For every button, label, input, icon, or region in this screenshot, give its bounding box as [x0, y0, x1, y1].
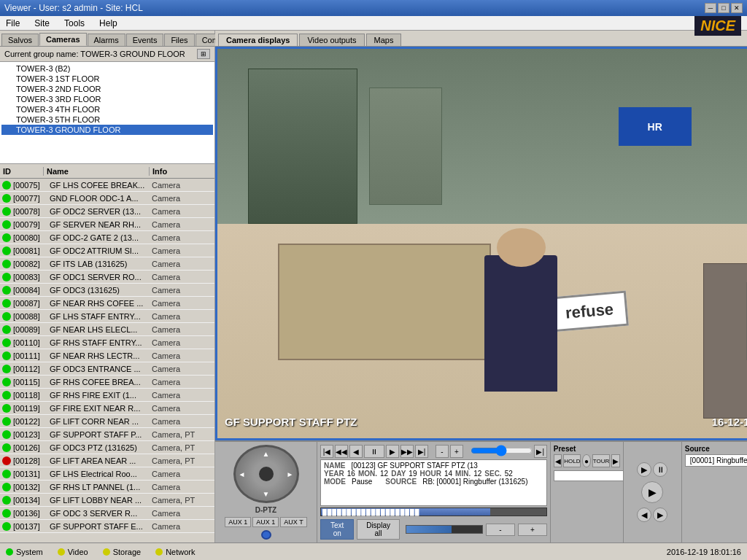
camera-list-item[interactable]: [00110]GF RHS STAFF ENTRY...Camera [0, 336, 214, 349]
camera-list-item[interactable]: [00131]GF LHS Electrical Roo...Camera [0, 467, 214, 481]
menu-file[interactable]: File [3, 17, 23, 30]
camera-list-item[interactable]: [00089]GF NEAR LHS ELECL...Camera [0, 323, 214, 336]
aux3-button[interactable]: AUX T [280, 517, 306, 527]
maximize-button[interactable]: □ [718, 3, 729, 13]
camera-list-item[interactable]: [00132]GF RHS LT PANNEL (1...Camera [0, 481, 214, 494]
info-min-label: MIN. [455, 470, 471, 478]
rtab-maps[interactable]: Maps [366, 34, 402, 46]
pb-ff-button[interactable]: ▶▶ [400, 445, 414, 458]
nav-control-group: ▶ ⏸ ▶ ◀ ▶ [637, 462, 667, 523]
timeline-input[interactable] [471, 446, 533, 455]
minimize-button[interactable]: ─ [705, 3, 716, 13]
nav-next-camera-button[interactable]: ▶ [653, 508, 667, 522]
camera-info: Camera [152, 194, 214, 203]
preset-hold-button[interactable]: HOLD [563, 454, 581, 467]
scene-desk [278, 244, 490, 360]
nav-prev-camera-button[interactable]: ◀ [637, 508, 651, 522]
camera-name: GF ODC2 SERVER (13... [50, 207, 152, 216]
preset-tour-button[interactable]: TOUR [592, 454, 611, 467]
info-box: NAME [00123] GF SUPPORT STAFF PTZ (13 YE… [320, 459, 547, 506]
tree-item[interactable]: TOWER-3 4TH FLOOR [1, 104, 213, 114]
rtab-camera-displays[interactable]: Camera displays [218, 34, 298, 46]
camera-status-dot [2, 351, 11, 360]
camera-info: Camera [152, 246, 214, 255]
preset-center-button[interactable]: ● [582, 454, 590, 467]
tree-item[interactable]: TOWER-3 5TH FLOOR [1, 114, 213, 125]
camera-list-item[interactable]: [00112]GF ODC3 ENTRANCE ...Camera [0, 362, 214, 376]
camera-list-item[interactable]: [00126]GF ODC3 PTZ (131625)Camera, PT [0, 441, 214, 454]
camera-list-item[interactable]: [00136]GF ODC 3 SERVER R...Camera [0, 507, 214, 520]
status-storage: Storage [103, 548, 142, 556]
preset-input[interactable] [554, 470, 624, 481]
camera-status-dot [2, 404, 11, 413]
camera-list-item[interactable]: [00123]GF SUPPORT STAFF P...Camera, PT [0, 428, 214, 441]
camera-list-item[interactable]: [00081]GF ODC2 ATTRIUM SI...Camera [0, 244, 214, 257]
camera-list-item[interactable]: [00119]GF FIRE EXIT NEAR R...Camera [0, 402, 214, 415]
camera-list-item[interactable]: [00087]GF NEAR RHS COFEE ...Camera [0, 297, 214, 310]
tree-item-selected[interactable]: TOWER-3 GROUND FLOOR [1, 125, 213, 135]
pb-pause-button[interactable]: ⏸ [364, 445, 384, 458]
timeline-slider[interactable] [471, 446, 533, 456]
nav-main-button[interactable]: ▶ [641, 481, 663, 503]
camera-list-item[interactable]: [00078]GF ODC2 SERVER (13...Camera [0, 205, 214, 218]
group-expand-button[interactable]: ⊞ [197, 49, 210, 59]
tab-cameras[interactable]: Cameras [39, 33, 86, 46]
info-sec-label: SEC. [484, 470, 501, 478]
camera-list[interactable]: [00075]GF LHS COFEE BREAK...Camera[00077… [0, 179, 214, 542]
tree-item[interactable]: TOWER-3 2ND FLOOR [1, 84, 213, 94]
camera-list-item[interactable]: [00128]GF LIFT AREA NEAR ...Camera, PT [0, 454, 214, 467]
tab-salvos[interactable]: Salvos [1, 34, 39, 46]
preset-prev-button[interactable]: ◀ [554, 454, 562, 467]
pb-last-button[interactable]: ▶| [415, 445, 428, 458]
pb-rewind-button[interactable]: ◀◀ [335, 445, 348, 458]
text-on-button[interactable]: Text on [320, 519, 354, 540]
camera-tree[interactable]: TOWER-3 (B2) TOWER-3 1ST FLOOR TOWER-3 2… [0, 62, 214, 164]
pb-prev-button[interactable]: ◀ [349, 445, 363, 458]
nav-play-button[interactable]: ▶ [637, 462, 651, 477]
info-hour-label: HOUR [419, 470, 441, 478]
tab-files[interactable]: Files [164, 34, 194, 46]
pb-first-button[interactable]: |◀ [320, 445, 333, 458]
tree-item[interactable]: TOWER-3 1ST FLOOR [1, 74, 213, 84]
camera-list-item[interactable]: [00088]GF LHS STAFF ENTRY...Camera [0, 310, 214, 323]
scrubber-bar[interactable] [406, 525, 483, 534]
nav-pause-button[interactable]: ⏸ [653, 462, 667, 477]
zoom-in-button[interactable]: + [450, 445, 463, 458]
camera-list-item[interactable]: [00118]GF RHS FIRE EXIT (1...Camera [0, 389, 214, 402]
display-all-button[interactable]: Display all [357, 519, 399, 540]
camera-list-item[interactable]: [00137]GF SUPPORT STAFF E...Camera [0, 520, 214, 533]
aux1-button[interactable]: AUX 1 [225, 517, 251, 527]
close-button[interactable]: ✕ [731, 3, 743, 13]
aux2-button[interactable]: AUX 1 [252, 517, 279, 527]
camera-list-item[interactable]: [00115]GF RHS COFEE BREA...Camera [0, 376, 214, 389]
rtab-video-outputs[interactable]: Video outputs [299, 34, 364, 46]
zoom-plus-button[interactable]: + [518, 524, 547, 536]
ptz-joystick[interactable]: ▲ ▼ ◄ ► [233, 445, 299, 503]
camera-list-item[interactable]: [00079]GF SERVER NEAR RH...Camera [0, 218, 214, 231]
camera-list-item[interactable]: [00084]GF ODC3 (131625)Camera [0, 284, 214, 297]
camera-list-item[interactable]: [00075]GF LHS COFEE BREAK...Camera [0, 179, 214, 192]
zoom-out-button[interactable]: - [436, 445, 449, 458]
camera-list-item[interactable]: [00122]GF LIFT CORR NEAR ...Camera [0, 415, 214, 428]
camera-list-item[interactable]: [00077]GND FLOOR ODC-1 A...Camera [0, 192, 214, 205]
source-select[interactable]: [00001] Ringbuffer [685, 454, 747, 467]
camera-list-item[interactable]: [00134]GF LIFT LOBBY NEAR ...Camera, PT [0, 494, 214, 507]
pb-play-button[interactable]: ▶ [386, 445, 399, 458]
preset-next-button[interactable]: ▶ [611, 454, 619, 467]
camera-list-item[interactable]: [00083]GF ODC1 SERVER RO...Camera [0, 271, 214, 284]
menu-site[interactable]: Site [31, 17, 53, 30]
tab-events[interactable]: Events [126, 34, 164, 46]
camera-list-item[interactable]: [00080]GF ODC-2 GATE 2 (13...Camera [0, 231, 214, 244]
tab-alarms[interactable]: Alarms [88, 34, 125, 46]
menu-tools[interactable]: Tools [61, 17, 88, 30]
menu-help[interactable]: Help [96, 17, 120, 30]
pb-end-button[interactable]: ▶| [534, 445, 547, 458]
tree-item[interactable]: TOWER-3 (B2) [1, 63, 213, 74]
progress-bar[interactable]: ████████████████████ [320, 508, 547, 516]
camera-list-item[interactable]: [00082]GF ITS LAB (131625)Camera [0, 257, 214, 271]
info-mode-row: MODE Pause SOURCE RB: [00001] Ringbuffer… [324, 478, 543, 486]
zoom-minus-button[interactable]: - [486, 524, 515, 536]
tree-item[interactable]: TOWER-3 3RD FLOOR [1, 94, 213, 104]
video-display[interactable]: HR refuse REC GF SUPPORT STAFF PTZ 16-12… [215, 47, 747, 440]
camera-list-item[interactable]: [00111]GF NEAR RHS LECTR...Camera [0, 349, 214, 362]
